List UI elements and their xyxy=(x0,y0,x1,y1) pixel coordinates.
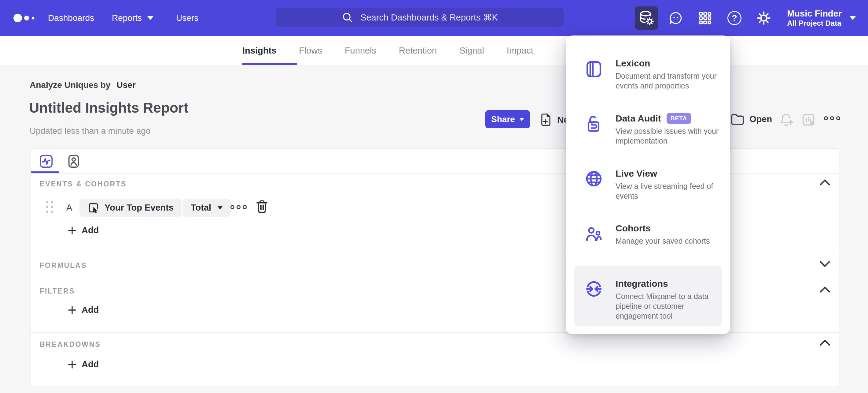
profiles-tab[interactable] xyxy=(67,154,81,168)
menu-item-description: View a live streaming feed of events xyxy=(616,181,723,201)
feedback-button[interactable] xyxy=(664,6,687,30)
plus-icon xyxy=(67,360,77,369)
analyze-prefix: Analyze Uniques by xyxy=(30,80,111,90)
menu-item-title: Live View xyxy=(616,168,657,179)
menu-item-title: Integrations xyxy=(616,279,668,289)
insights-pulse-icon xyxy=(39,154,53,168)
tab-flows[interactable]: Flows xyxy=(299,46,322,56)
event-row-options-button[interactable] xyxy=(230,205,247,209)
add-label: Add xyxy=(82,359,99,369)
menu-item-description: Connect Mixpanel to a data pipeline or c… xyxy=(616,291,723,321)
menu-item-title: Lexicon xyxy=(616,58,650,68)
menu-item-title: Data Audit xyxy=(616,113,661,124)
tab-funnels[interactable]: Funnels xyxy=(345,46,376,56)
menu-item-integrations[interactable]: Integrations Connect Mixpanel to a data … xyxy=(574,266,722,326)
integrations-sync-icon xyxy=(585,280,602,299)
analyze-by-row: Analyze Uniques by User xyxy=(30,80,136,90)
mixpanel-logo[interactable] xyxy=(13,11,37,26)
search-input[interactable]: Search Dashboards & Reports ⌘K xyxy=(276,8,564,27)
plus-icon xyxy=(67,226,77,235)
share-label: Share xyxy=(491,114,515,124)
metrics-tab[interactable] xyxy=(39,154,53,168)
add-filter-button[interactable]: Add xyxy=(67,305,99,315)
chevron-up-icon xyxy=(819,178,830,186)
metric-selector[interactable]: Total xyxy=(183,199,231,217)
help-button[interactable]: ? xyxy=(723,6,746,30)
section-events-cohorts: EVENTS & COHORTS xyxy=(40,180,127,188)
more-actions-button[interactable] xyxy=(824,116,840,120)
trash-icon xyxy=(255,200,268,214)
section-filters: FILTERS xyxy=(40,287,75,296)
chevron-down-icon xyxy=(819,260,830,268)
add-event-button[interactable]: Add xyxy=(67,225,99,235)
data-tools-dropdown: Lexicon Document and transform your even… xyxy=(566,35,730,334)
beta-badge: BETA xyxy=(666,113,691,124)
nav-dashboards-label: Dashboards xyxy=(48,13,94,23)
menu-item-description: View possible issues with your implement… xyxy=(616,126,723,146)
new-document-icon xyxy=(539,113,552,127)
active-tab-indicator xyxy=(242,63,297,65)
expand-formulas-button[interactable] xyxy=(819,260,830,269)
collapse-filters-button[interactable] xyxy=(819,286,830,294)
share-button[interactable]: Share xyxy=(485,110,530,128)
report-title[interactable]: Untitled Insights Report xyxy=(29,100,188,116)
ellipsis-icon xyxy=(230,205,247,209)
tab-insights[interactable]: Insights xyxy=(242,46,276,56)
add-to-dashboard-button[interactable] xyxy=(801,113,816,129)
analyze-entity-selector[interactable]: User xyxy=(117,80,136,90)
report-tabbar: Insights Flows Funnels Retention Signal … xyxy=(0,36,868,65)
open-report-button[interactable]: Open xyxy=(731,113,772,125)
project-name: Music Finder xyxy=(787,8,842,19)
project-selector[interactable]: Music Finder All Project Data xyxy=(787,8,856,28)
menu-item-live-view[interactable]: Live View View a live streaming feed of … xyxy=(574,168,722,201)
event-cursor-icon xyxy=(87,202,100,214)
menu-item-title: Cohorts xyxy=(616,223,651,233)
bell-plus-icon xyxy=(779,113,794,127)
nav-reports[interactable]: Reports xyxy=(112,0,153,36)
event-selector[interactable]: Your Top Events xyxy=(80,199,182,217)
series-letter: A xyxy=(66,203,72,213)
lexicon-book-icon xyxy=(585,60,602,80)
add-label: Add xyxy=(82,225,99,235)
feedback-bubble-icon xyxy=(669,11,683,25)
collapse-events-button[interactable] xyxy=(819,178,830,187)
nav-dashboards[interactable]: Dashboards xyxy=(48,0,94,36)
data-audit-lock-icon xyxy=(585,115,602,135)
menu-item-lexicon[interactable]: Lexicon Document and transform your even… xyxy=(574,58,722,91)
profile-card-icon xyxy=(67,154,81,168)
tab-signal[interactable]: Signal xyxy=(459,46,484,56)
add-label: Add xyxy=(82,305,99,315)
nav-users-label: Users xyxy=(176,13,198,23)
chart-plus-icon xyxy=(801,113,816,127)
add-breakdown-button[interactable]: Add xyxy=(67,359,99,369)
database-gear-icon xyxy=(639,10,654,26)
search-icon xyxy=(341,11,353,24)
grid-icon xyxy=(698,11,712,25)
top-nav: Dashboards Reports Users Search Dashboar… xyxy=(0,0,868,36)
chevron-down-icon xyxy=(850,16,856,20)
section-formulas: FORMULAS xyxy=(40,261,87,270)
menu-item-cohorts[interactable]: Cohorts Manage your saved cohorts xyxy=(574,223,722,246)
drag-handle[interactable] xyxy=(46,201,53,213)
apps-grid-button[interactable] xyxy=(693,6,717,30)
create-alert-button[interactable] xyxy=(779,113,794,129)
settings-button[interactable] xyxy=(752,6,775,30)
collapse-breakdowns-button[interactable] xyxy=(819,339,830,347)
nav-reports-label: Reports xyxy=(112,13,142,23)
folder-icon xyxy=(731,113,745,125)
chevron-up-icon xyxy=(819,286,830,293)
chevron-up-icon xyxy=(819,339,830,346)
gear-icon xyxy=(756,10,771,26)
event-name: Your Top Events xyxy=(104,203,174,213)
live-view-globe-icon xyxy=(585,170,602,189)
data-management-button[interactable] xyxy=(635,6,658,30)
open-label: Open xyxy=(749,114,772,124)
nav-users[interactable]: Users xyxy=(176,0,198,36)
tab-retention[interactable]: Retention xyxy=(399,46,437,56)
delete-event-button[interactable] xyxy=(255,200,268,215)
help-icon: ? xyxy=(727,11,741,25)
nav-tools: ? Music Finder All xyxy=(635,0,868,36)
menu-item-data-audit[interactable]: Data Audit BETA View possible issues wit… xyxy=(574,113,722,146)
chevron-down-icon xyxy=(519,118,524,121)
tab-impact[interactable]: Impact xyxy=(507,46,533,56)
